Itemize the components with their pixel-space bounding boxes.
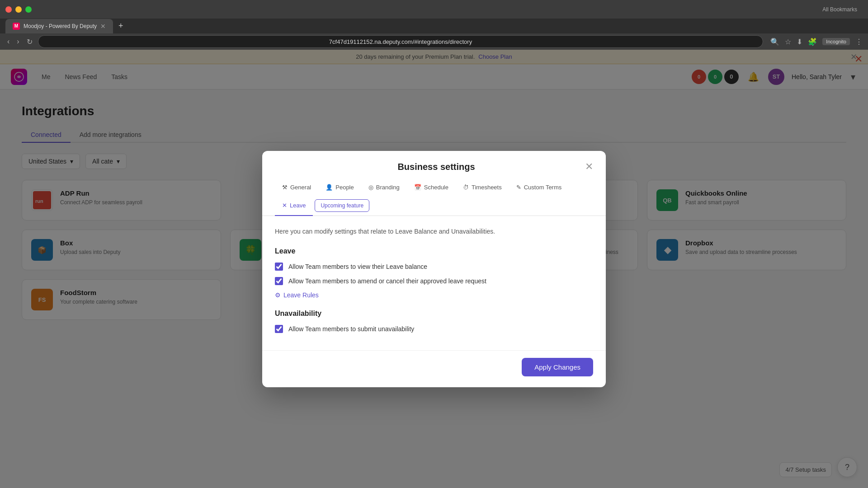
download-icon[interactable]: ⬇	[797, 38, 802, 46]
upcoming-label: Upcoming feature	[321, 202, 363, 209]
modal-tab-timesheets[interactable]: ⏱ Timesheets	[456, 179, 509, 196]
modal-tab-leave[interactable]: ✕ Leave	[275, 196, 313, 216]
business-settings-modal: Business settings ✕ ⚒ General 👤 People ◎…	[262, 151, 606, 387]
back-button[interactable]: ‹	[5, 36, 11, 47]
unavailability-label: Allow Team members to submit unavailabil…	[288, 325, 414, 333]
modal-body: Here you can modify settings that relate…	[262, 216, 606, 350]
window-maximize-button[interactable]	[25, 6, 32, 13]
branding-label: Branding	[376, 184, 400, 191]
leave-rules-text: Leave Rules	[283, 291, 319, 299]
modal-footer: Apply Changes	[262, 350, 606, 387]
url-bar[interactable]: 7cf47d19112152.na.deputy.com/#integratio…	[38, 35, 764, 48]
leave-balance-checkbox[interactable]	[275, 263, 283, 271]
general-icon: ⚒	[282, 184, 288, 191]
tab-title: Moodjoy - Powered By Deputy	[24, 23, 97, 29]
address-bar: ‹ › ↻ 7cf47d19112152.na.deputy.com/#inte…	[0, 33, 868, 50]
tab-close-button[interactable]: ✕	[100, 23, 106, 30]
menu-icon[interactable]: ⋮	[855, 38, 863, 46]
browser-chrome: All Bookmarks M Moodjoy - Powered By Dep…	[0, 0, 868, 50]
modal-header: Business settings ✕	[262, 151, 606, 172]
modal-tab-general[interactable]: ⚒ General	[275, 179, 318, 196]
apply-changes-button[interactable]: Apply Changes	[522, 358, 593, 376]
modal-tab-people[interactable]: 👤 People	[318, 179, 361, 196]
tab-favicon: M	[13, 23, 20, 30]
timesheets-label: Timesheets	[472, 184, 502, 191]
modal-title: Business settings	[288, 162, 585, 172]
modal-tab-custom-terms[interactable]: ✎ Custom Terms	[509, 179, 569, 196]
bookmarks-label: All Bookmarks	[822, 6, 857, 13]
branding-icon: ◎	[368, 184, 373, 191]
leave-section-title: Leave	[275, 247, 593, 255]
browser-tab-active[interactable]: M Moodjoy - Powered By Deputy ✕	[5, 19, 113, 33]
window-close-button[interactable]	[5, 6, 12, 13]
timesheets-icon: ⏱	[463, 184, 469, 191]
custom-terms-icon: ✎	[516, 184, 521, 191]
extensions-icon[interactable]: 🧩	[808, 38, 817, 46]
leave-amend-checkbox[interactable]	[275, 277, 283, 285]
leave-label: Leave	[290, 202, 306, 209]
schedule-icon: 📅	[414, 184, 421, 191]
new-tab-button[interactable]: +	[115, 21, 127, 31]
unavailability-section-title: Unavailability	[275, 310, 593, 318]
modal-tab-upcoming[interactable]: Upcoming feature	[315, 199, 369, 212]
browser-tabs-bar: M Moodjoy - Powered By Deputy ✕ +	[0, 19, 868, 33]
refresh-button[interactable]: ↻	[25, 36, 34, 48]
leave-balance-label: Allow Team members to view their Leave b…	[288, 263, 427, 270]
window-minimize-button[interactable]	[15, 6, 22, 13]
forward-button[interactable]: ›	[15, 36, 21, 47]
leave-icon: ✕	[282, 202, 287, 209]
general-label: General	[290, 184, 311, 191]
leave-rules-link[interactable]: ⚙ Leave Rules	[275, 291, 593, 299]
unavailability-submit-checkbox[interactable]	[275, 325, 283, 333]
app-area: 20 days remaining of your Premium Plan t…	[0, 50, 868, 488]
leave-checkbox-1: Allow Team members to view their Leave b…	[275, 263, 593, 271]
modal-overlay: Business settings ✕ ⚒ General 👤 People ◎…	[0, 50, 868, 488]
browser-actions: 🔍 ☆ ⬇ 🧩 Incognito ⋮	[770, 38, 863, 46]
modal-tab-branding[interactable]: ◎ Branding	[361, 179, 407, 196]
browser-controls: All Bookmarks	[0, 0, 868, 19]
modal-tab-schedule[interactable]: 📅 Schedule	[407, 179, 456, 196]
leave-amend-label: Allow Team members to amend or cancel th…	[288, 277, 486, 285]
incognito-badge: Incognito	[822, 38, 850, 45]
modal-close-button[interactable]: ✕	[585, 162, 593, 172]
people-label: People	[335, 184, 354, 191]
unavailability-checkbox-1: Allow Team members to submit unavailabil…	[275, 325, 593, 333]
schedule-label: Schedule	[424, 184, 448, 191]
people-icon: 👤	[326, 184, 333, 191]
modal-description: Here you can modify settings that relate…	[275, 227, 593, 236]
modal-tabs: ⚒ General 👤 People ◎ Branding 📅 Schedule…	[262, 172, 606, 216]
bookmark-icon[interactable]: ☆	[785, 38, 791, 46]
custom-terms-label: Custom Terms	[524, 184, 562, 191]
leave-rules-gear-icon: ⚙	[275, 291, 281, 299]
search-icon[interactable]: 🔍	[770, 38, 779, 46]
leave-checkbox-2: Allow Team members to amend or cancel th…	[275, 277, 593, 285]
